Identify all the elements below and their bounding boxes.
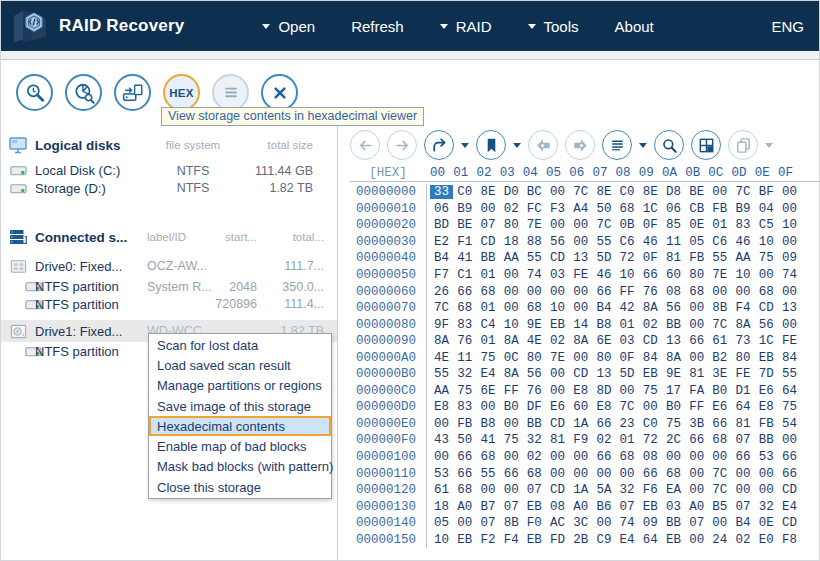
language-selector[interactable]: ENG — [771, 18, 804, 35]
copy-button[interactable] — [728, 130, 758, 160]
hex-byte[interactable]: 01 — [616, 318, 639, 332]
hex-byte[interactable]: 64 — [639, 533, 662, 547]
hex-byte[interactable]: 00 — [731, 467, 754, 481]
hex-byte[interactable]: 00 — [546, 367, 569, 381]
hex-byte[interactable]: 68 — [616, 202, 639, 216]
hex-byte[interactable]: 09 — [639, 516, 662, 530]
hex-byte[interactable]: CD — [476, 235, 499, 249]
hex-byte[interactable]: 74 — [778, 268, 801, 282]
hex-byte[interactable]: D8 — [662, 185, 685, 199]
hex-byte[interactable]: 00 — [569, 450, 592, 464]
hex-byte[interactable]: 73 — [731, 334, 754, 348]
hex-byte[interactable]: 00 — [778, 202, 801, 216]
hex-byte[interactable]: 42 — [616, 301, 639, 315]
hex-byte[interactable]: 00 — [430, 450, 453, 464]
hex-byte[interactable]: AC — [546, 516, 569, 530]
context-menu-item-mask-bad-blocks-with-pattern[interactable]: Mask bad blocks (with pattern) — [149, 457, 331, 477]
hex-byte[interactable]: BC — [523, 185, 546, 199]
hex-byte[interactable]: 60 — [569, 400, 592, 414]
hex-byte[interactable]: 46 — [592, 268, 615, 282]
hex-viewer-button[interactable]: HEX — [163, 74, 200, 111]
hex-byte[interactable]: 04 — [755, 202, 778, 216]
hex-byte[interactable]: EB — [662, 533, 685, 547]
hex-byte[interactable]: 1A — [569, 417, 592, 431]
hex-byte[interactable]: 13 — [592, 367, 615, 381]
hex-byte[interactable]: 00 — [731, 483, 754, 497]
hex-byte[interactable]: BF — [755, 185, 778, 199]
hex-byte[interactable]: 00 — [662, 450, 685, 464]
hex-byte[interactable]: 53 — [430, 467, 453, 481]
hex-byte[interactable]: 7D — [755, 367, 778, 381]
hex-byte[interactable]: 72 — [639, 433, 662, 447]
hex-byte[interactable]: 0E — [685, 218, 708, 232]
hex-byte[interactable]: 83 — [453, 318, 476, 332]
hex-byte[interactable]: 3E — [708, 367, 731, 381]
hex-byte[interactable]: DF — [523, 400, 546, 414]
hex-byte[interactable]: 75 — [453, 384, 476, 398]
hex-byte[interactable]: 02 — [639, 318, 662, 332]
hex-byte[interactable]: F2 — [476, 533, 499, 547]
hex-byte[interactable]: 5A — [592, 483, 615, 497]
hex-byte[interactable]: 10 — [546, 301, 569, 315]
hex-byte[interactable]: 00 — [685, 533, 708, 547]
context-menu-item-hexadecimal-contents[interactable]: Hexadecimal contents — [149, 416, 331, 436]
hex-byte[interactable]: 00 — [500, 450, 523, 464]
hex-byte[interactable]: 00 — [755, 268, 778, 282]
hex-byte[interactable]: 3C — [569, 516, 592, 530]
open-scan-result-button[interactable] — [65, 74, 102, 111]
hex-byte[interactable]: 06 — [430, 202, 453, 216]
hex-byte[interactable]: 02 — [731, 533, 754, 547]
hex-byte[interactable]: FE — [778, 334, 801, 348]
hex-byte[interactable]: 85 — [662, 218, 685, 232]
hex-byte[interactable]: 43 — [430, 433, 453, 447]
hex-byte[interactable]: 50 — [592, 202, 615, 216]
hex-byte[interactable]: 17 — [662, 384, 685, 398]
hex-byte[interactable]: 75 — [778, 400, 801, 414]
hex-byte[interactable]: 7C — [430, 301, 453, 315]
hex-byte[interactable]: 00 — [778, 185, 801, 199]
hex-byte[interactable]: 76 — [453, 334, 476, 348]
hex-byte[interactable]: B8 — [476, 417, 499, 431]
hex-byte[interactable]: 0B — [616, 218, 639, 232]
hex-byte[interactable]: C5 — [755, 218, 778, 232]
hex-byte[interactable]: 08 — [662, 285, 685, 299]
hex-byte[interactable]: 6E — [592, 334, 615, 348]
hex-byte[interactable]: 7C — [616, 400, 639, 414]
logical-disk-row[interactable]: Local Disk (C:)NTFS111.44 GB — [1, 161, 337, 179]
hex-byte[interactable]: 8D — [592, 384, 615, 398]
hex-byte[interactable]: 68 — [476, 450, 499, 464]
hex-byte[interactable]: F0 — [523, 516, 546, 530]
hex-byte[interactable]: 00 — [592, 516, 615, 530]
hex-byte[interactable]: F1 — [453, 235, 476, 249]
hex-byte[interactable]: 46 — [731, 235, 754, 249]
hex-byte[interactable]: CD — [778, 516, 801, 530]
hex-byte[interactable]: 41 — [476, 433, 499, 447]
hex-byte[interactable]: 2C — [662, 433, 685, 447]
hex-byte[interactable]: 24 — [708, 533, 731, 547]
hex-byte[interactable]: 07 — [731, 500, 754, 514]
hex-byte[interactable]: 02 — [546, 334, 569, 348]
hex-byte[interactable]: 68 — [453, 483, 476, 497]
hex-byte[interactable]: 10 — [755, 235, 778, 249]
hex-byte[interactable]: 72 — [616, 251, 639, 265]
hex-byte[interactable]: 66 — [685, 334, 708, 348]
hex-byte[interactable]: 66 — [500, 467, 523, 481]
hex-byte[interactable]: 32 — [523, 433, 546, 447]
hex-byte[interactable]: 01 — [476, 301, 499, 315]
hex-byte[interactable]: C0 — [639, 417, 662, 431]
hex-byte[interactable]: EB — [523, 500, 546, 514]
hex-byte[interactable]: F4 — [731, 301, 754, 315]
hex-byte[interactable]: 00 — [685, 450, 708, 464]
hex-byte[interactable]: 66 — [592, 285, 615, 299]
hex-byte[interactable]: D1 — [731, 384, 754, 398]
hex-byte[interactable]: E8 — [592, 400, 615, 414]
hex-byte[interactable]: 00 — [453, 516, 476, 530]
hex-byte[interactable]: 75 — [662, 417, 685, 431]
hex-byte[interactable]: 00 — [500, 417, 523, 431]
hex-byte[interactable]: 00 — [778, 433, 801, 447]
hex-byte[interactable]: AA — [500, 251, 523, 265]
hex-byte[interactable]: E6 — [546, 400, 569, 414]
hex-byte[interactable]: 66 — [453, 467, 476, 481]
hex-byte[interactable]: 66 — [453, 450, 476, 464]
hex-byte[interactable]: 00 — [685, 351, 708, 365]
